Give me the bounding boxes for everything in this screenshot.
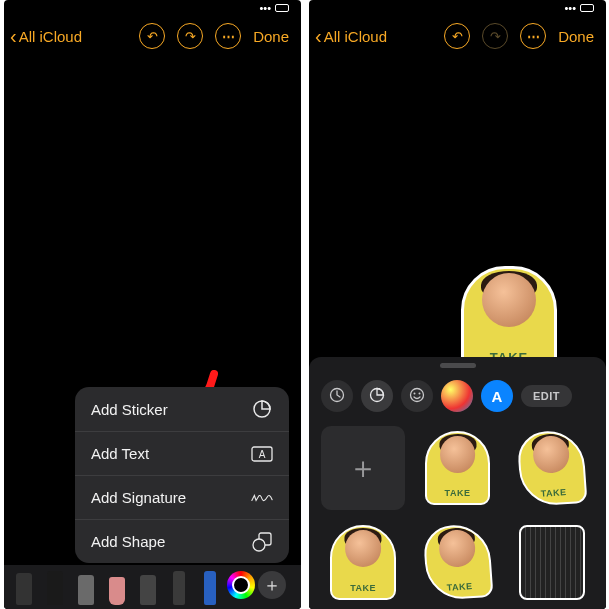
sticker-outline-icon [369, 387, 385, 406]
markup-toolbar: ＋ [4, 565, 301, 609]
edit-stickers-button[interactable]: EDIT [521, 385, 572, 407]
clock-icon [329, 387, 345, 406]
undo-icon: ↶ [147, 29, 158, 44]
undo-button[interactable]: ↶ [139, 23, 165, 49]
color-picker-button[interactable] [227, 571, 255, 599]
signal-icon: ••• [259, 2, 271, 14]
done-button[interactable]: Done [558, 28, 600, 45]
drawer-handle[interactable] [440, 363, 476, 368]
svg-point-4 [253, 539, 265, 551]
add-shape-item[interactable]: Add Shape [75, 519, 289, 563]
back-label: All iCloud [324, 28, 387, 45]
tab-emoji[interactable] [401, 380, 433, 412]
sticker-cell[interactable]: TAKE [415, 520, 499, 604]
plus-icon: ＋ [348, 448, 378, 489]
redo-button[interactable]: ↷ [177, 23, 203, 49]
status-bar: ••• [4, 0, 301, 16]
tool-eraser[interactable] [103, 567, 131, 605]
sticker-cell[interactable]: TAKE [321, 520, 405, 604]
chevron-left-icon: ‹ [10, 25, 17, 48]
more-icon: ⋯ [222, 29, 235, 44]
sticker-cell[interactable]: TAKE [415, 426, 499, 510]
signature-icon [251, 487, 273, 509]
sticker-outline-icon [251, 398, 273, 420]
status-bar: ••• [309, 0, 606, 16]
text-box-icon: A [251, 443, 273, 465]
svg-point-9 [419, 392, 421, 394]
status-right: ••• [259, 2, 289, 14]
sticker-cell[interactable]: TAKE [510, 426, 594, 510]
phone-screenshot-left: ••• ‹ All iCloud ↶ ↷ ⋯ Done [4, 0, 301, 609]
shapes-icon [251, 531, 273, 553]
add-text-item[interactable]: Add Text A [75, 431, 289, 475]
redo-icon: ↷ [490, 29, 501, 44]
sticker-cell[interactable] [510, 520, 594, 604]
redo-icon: ↷ [185, 29, 196, 44]
tool-ruler[interactable] [165, 567, 193, 605]
phone-screenshot-right: ••• ‹ All iCloud ↶ ↷ ⋯ Done TAKE [309, 0, 606, 609]
tool-lasso[interactable] [134, 567, 162, 605]
add-sticker-item[interactable]: Add Sticker [75, 387, 289, 431]
menu-label: Add Signature [91, 489, 186, 506]
nav-bar: ‹ All iCloud ↶ ↷ ⋯ Done [309, 16, 606, 56]
tool-marker[interactable] [72, 567, 100, 605]
current-color-swatch [232, 576, 250, 594]
tab-appstore[interactable]: A [481, 380, 513, 412]
battery-icon [275, 4, 289, 12]
tab-memoji[interactable] [441, 380, 473, 412]
more-icon: ⋯ [527, 29, 540, 44]
add-button[interactable]: ＋ [258, 571, 286, 599]
more-button[interactable]: ⋯ [520, 23, 546, 49]
nav-bar: ‹ All iCloud ↶ ↷ ⋯ Done [4, 16, 301, 56]
done-button[interactable]: Done [253, 28, 295, 45]
sticker-drawer: A EDIT ＋ TAKE TAKE TAKE TAKE [309, 357, 606, 609]
battery-icon [580, 4, 594, 12]
svg-point-8 [414, 392, 416, 394]
back-button[interactable]: ‹ All iCloud [315, 25, 387, 48]
menu-label: Add Text [91, 445, 149, 462]
chevron-left-icon: ‹ [315, 25, 322, 48]
appstore-icon: A [492, 388, 503, 405]
tool-pen[interactable] [41, 567, 69, 605]
menu-label: Add Sticker [91, 401, 168, 418]
back-button[interactable]: ‹ All iCloud [10, 25, 82, 48]
undo-button[interactable]: ↶ [444, 23, 470, 49]
svg-text:A: A [259, 449, 266, 460]
tool-pencil[interactable] [10, 567, 38, 605]
tab-recent[interactable] [321, 380, 353, 412]
tab-stickers[interactable] [361, 380, 393, 412]
more-button[interactable]: ⋯ [215, 23, 241, 49]
redo-button[interactable]: ↷ [482, 23, 508, 49]
add-sticker-cell[interactable]: ＋ [321, 426, 405, 510]
sticker-grid: ＋ TAKE TAKE TAKE TAKE [309, 416, 606, 605]
tool-brush[interactable] [196, 567, 224, 605]
emoji-icon [409, 387, 425, 406]
svg-point-7 [411, 388, 424, 401]
add-menu-popup: Add Sticker Add Text A Add Signature Add… [75, 387, 289, 563]
drawer-tabs: A EDIT [309, 376, 606, 416]
undo-icon: ↶ [452, 29, 463, 44]
back-label: All iCloud [19, 28, 82, 45]
menu-label: Add Shape [91, 533, 165, 550]
plus-icon: ＋ [263, 573, 281, 597]
signal-icon: ••• [564, 2, 576, 14]
add-signature-item[interactable]: Add Signature [75, 475, 289, 519]
